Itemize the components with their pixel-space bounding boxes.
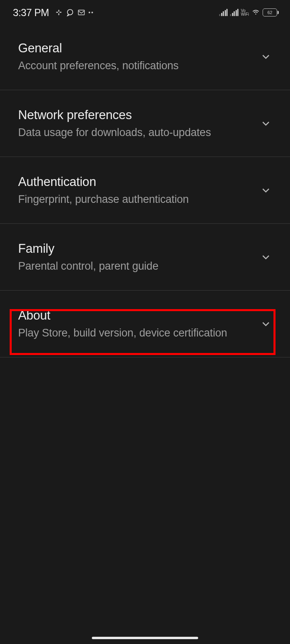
signal-icon-2 [230,9,238,16]
status-left: 3:37 PM •• [13,7,94,19]
chevron-down-icon [260,318,272,330]
settings-title: Authentication [18,175,252,189]
svg-rect-5 [78,10,84,15]
settings-item-text: About Play Store, build version, device … [18,308,252,339]
settings-subtitle: Fingerprint, purchase authentication [18,193,252,206]
svg-rect-0 [56,12,58,13]
status-bar: 3:37 PM •• VoWi [0,0,290,23]
more-notifications-icon: •• [89,9,94,16]
chevron-down-icon [260,251,272,263]
settings-list: General Account preferences, notificatio… [0,23,290,357]
status-time: 3:37 PM [13,7,49,19]
whatsapp-icon [66,8,74,17]
settings-item-general[interactable]: General Account preferences, notificatio… [0,23,290,90]
signal-icon-1 [219,9,228,16]
svg-rect-1 [59,12,61,13]
settings-item-network[interactable]: Network preferences Data usage for downl… [0,90,290,157]
gmail-icon [77,8,85,17]
svg-point-4 [67,10,72,15]
battery-icon: 62 [263,8,279,17]
settings-item-text: Network preferences Data usage for downl… [18,108,252,139]
settings-subtitle: Account preferences, notifications [18,60,252,72]
settings-subtitle: Parental control, parent guide [18,260,252,272]
status-right: VoWiFi 62 [219,8,279,17]
vowifi-icon: VoWiFi [241,9,249,16]
chevron-down-icon [260,51,272,63]
settings-item-about[interactable]: About Play Store, build version, device … [0,291,290,357]
settings-item-family[interactable]: Family Parental control, parent guide [0,224,290,291]
settings-subtitle: Play Store, build version, device certif… [18,327,252,339]
home-indicator[interactable] [92,637,198,639]
settings-title: Family [18,242,252,256]
svg-rect-3 [58,13,59,15]
chevron-down-icon [260,184,272,196]
settings-item-text: General Account preferences, notificatio… [18,41,252,72]
battery-level: 62 [263,8,277,17]
settings-item-authentication[interactable]: Authentication Fingerprint, purchase aut… [0,157,290,224]
settings-item-text: Authentication Fingerprint, purchase aut… [18,175,252,206]
chevron-down-icon [260,118,272,130]
settings-subtitle: Data usage for downloads, auto-updates [18,126,252,139]
slack-icon [55,8,63,17]
settings-title: Network preferences [18,108,252,122]
svg-rect-2 [58,10,59,12]
settings-title: General [18,41,252,56]
wifi-icon [251,8,260,17]
settings-title: About [18,308,252,323]
status-notification-icons: •• [55,8,94,17]
settings-item-text: Family Parental control, parent guide [18,242,252,272]
